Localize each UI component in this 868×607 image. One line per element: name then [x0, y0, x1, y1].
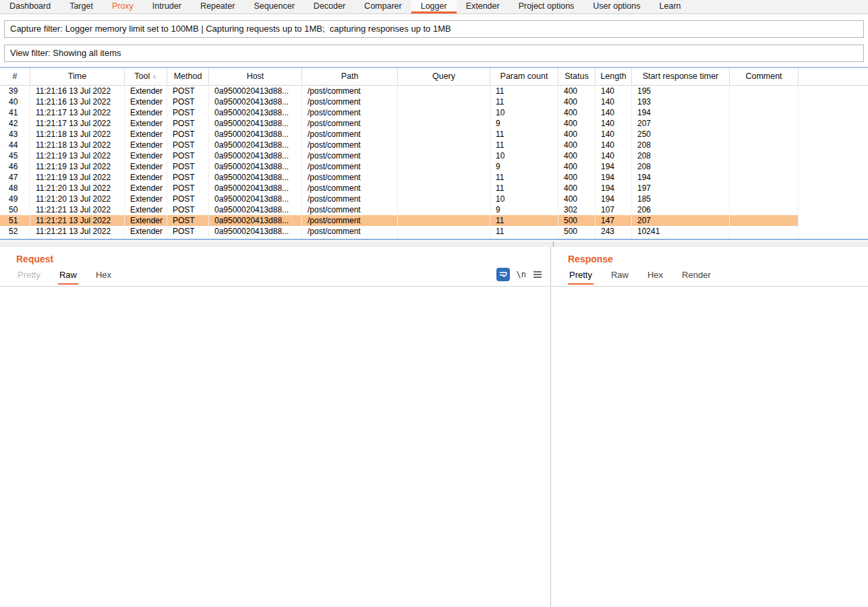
- table-cell: 400: [558, 118, 596, 129]
- column-header-start-response-timer[interactable]: Start response timer: [632, 68, 730, 86]
- table-cell: 10: [490, 150, 558, 161]
- table-row[interactable]: 5111:21:21 13 Jul 2022ExtenderPOST0a9500…: [0, 215, 868, 226]
- table-row[interactable]: 4711:21:19 13 Jul 2022ExtenderPOST0a9500…: [0, 172, 868, 183]
- table-row[interactable]: 4311:21:18 13 Jul 2022ExtenderPOST0a9500…: [0, 129, 868, 140]
- tab-repeater[interactable]: Repeater: [191, 0, 244, 13]
- tab-target[interactable]: Target: [60, 0, 103, 13]
- table-cell: 0a9500020413d88...: [209, 96, 302, 107]
- split-divider[interactable]: [0, 241, 868, 247]
- tab-user-options[interactable]: User options: [583, 0, 649, 13]
- table-row[interactable]: 5211:21:21 13 Jul 2022ExtenderPOST0a9500…: [0, 226, 868, 237]
- column-header-param-count[interactable]: Param count: [490, 68, 558, 86]
- response-tab-render[interactable]: Render: [681, 266, 712, 285]
- tab-comparer[interactable]: Comparer: [355, 0, 411, 13]
- column-header-length[interactable]: Length: [596, 68, 632, 86]
- table-cell: 11:21:17 13 Jul 2022: [30, 107, 125, 118]
- tab-logger[interactable]: Logger: [411, 0, 457, 13]
- table-cell: 147: [596, 215, 632, 226]
- response-tab-hex[interactable]: Hex: [646, 266, 664, 285]
- table-cell: 0a9500020413d88...: [209, 215, 302, 226]
- view-filter-bar[interactable]: View filter: Showing all items: [4, 45, 864, 62]
- table-row[interactable]: 4111:21:17 13 Jul 2022ExtenderPOST0a9500…: [0, 107, 868, 118]
- table-cell: /post/comment: [302, 107, 398, 118]
- table-cell: [398, 118, 490, 129]
- table-cell: 400: [558, 194, 596, 204]
- table-cell: Extender: [125, 129, 167, 140]
- column-header-tool[interactable]: Tool∧: [125, 68, 167, 86]
- table-cell: POST: [167, 150, 209, 161]
- request-tab-hex[interactable]: Hex: [94, 266, 113, 285]
- tab-sequencer[interactable]: Sequencer: [244, 0, 303, 13]
- response-tab-pretty[interactable]: Pretty: [568, 266, 594, 285]
- table-cell: 11:21:19 13 Jul 2022: [30, 172, 125, 183]
- table-cell-filler: [799, 204, 868, 215]
- table-cell: 208: [632, 161, 730, 172]
- table-cell: 302: [558, 204, 596, 215]
- column-header--[interactable]: #: [0, 68, 30, 86]
- tab-project-options[interactable]: Project options: [509, 0, 584, 13]
- table-cell: /post/comment: [302, 129, 398, 140]
- column-header-host[interactable]: Host: [209, 68, 302, 86]
- table-row[interactable]: 4811:21:20 13 Jul 2022ExtenderPOST0a9500…: [0, 183, 868, 194]
- table-row[interactable]: 4411:21:18 13 Jul 2022ExtenderPOST0a9500…: [0, 140, 868, 150]
- table-row[interactable]: 4211:21:17 13 Jul 2022ExtenderPOST0a9500…: [0, 118, 868, 129]
- column-header-comment[interactable]: Comment: [730, 68, 799, 86]
- column-header-path[interactable]: Path: [302, 68, 398, 86]
- table-row[interactable]: 4911:21:20 13 Jul 2022ExtenderPOST0a9500…: [0, 194, 868, 204]
- table-cell: 0a9500020413d88...: [209, 129, 302, 140]
- word-wrap-toggle-icon[interactable]: [496, 268, 510, 281]
- column-header-time[interactable]: Time: [30, 68, 125, 86]
- table-row[interactable]: 5311:21:22 13 Jul 2022ExtenderPOST0a9500…: [0, 237, 868, 240]
- table-cell: [398, 172, 490, 183]
- tab-proxy[interactable]: Proxy: [103, 0, 143, 13]
- table-row[interactable]: 4011:21:16 13 Jul 2022ExtenderPOST0a9500…: [0, 96, 868, 107]
- column-header-method[interactable]: Method: [167, 68, 209, 86]
- request-tab-pretty[interactable]: Pretty: [16, 266, 42, 285]
- table-cell: 0a9500020413d88...: [209, 194, 302, 204]
- table-cell: 400: [558, 183, 596, 194]
- column-header-query[interactable]: Query: [398, 68, 490, 86]
- table-cell: 0a9500020413d88...: [209, 118, 302, 129]
- table-cell: 45: [0, 150, 30, 161]
- response-tab-raw[interactable]: Raw: [610, 266, 630, 285]
- tab-intruder[interactable]: Intruder: [143, 0, 191, 13]
- request-tab-raw[interactable]: Raw: [58, 266, 78, 285]
- table-cell: [398, 204, 490, 215]
- response-title: Response: [568, 254, 868, 264]
- table-cell: 250: [632, 129, 730, 140]
- table-cell: 140: [596, 140, 632, 150]
- tab-extender[interactable]: Extender: [457, 0, 509, 13]
- table-cell: POST: [167, 215, 209, 226]
- table-cell-filler: [799, 183, 868, 194]
- table-header: #TimeTool∧MethodHostPathQueryParam count…: [0, 68, 868, 86]
- capture-filter-bar[interactable]: Capture filter: Logger memory limit set …: [4, 20, 864, 38]
- table-cell: 46: [0, 161, 30, 172]
- tab-learn[interactable]: Learn: [650, 0, 691, 13]
- table-cell: /post/comment: [302, 172, 398, 183]
- table-row[interactable]: 4611:21:19 13 Jul 2022ExtenderPOST0a9500…: [0, 161, 868, 172]
- table-cell: 207: [632, 118, 730, 129]
- table-cell: 10241: [632, 226, 730, 237]
- newline-toggle[interactable]: \n: [517, 270, 526, 279]
- table-row[interactable]: 5011:21:21 13 Jul 2022ExtenderPOST0a9500…: [0, 204, 868, 215]
- table-cell: [398, 183, 490, 194]
- column-header-status[interactable]: Status: [558, 68, 596, 86]
- editor-menu-icon[interactable]: [533, 270, 542, 279]
- split-handle[interactable]: [553, 241, 554, 247]
- table-cell: [730, 107, 799, 118]
- burp-logger-window: DashboardTargetProxyIntruderRepeaterSequ…: [0, 0, 868, 607]
- table-cell: [398, 107, 490, 118]
- table-cell: [730, 194, 799, 204]
- table-cell: 11:21:16 13 Jul 2022: [30, 86, 125, 96]
- table-cell: [398, 194, 490, 204]
- table-cell: POST: [167, 86, 209, 96]
- table-cell: 0a9500020413d88...: [209, 107, 302, 118]
- table-cell: Extender: [125, 140, 167, 150]
- tab-decoder[interactable]: Decoder: [304, 0, 355, 13]
- table-row[interactable]: 4511:21:19 13 Jul 2022ExtenderPOST0a9500…: [0, 150, 868, 161]
- tab-dashboard[interactable]: Dashboard: [0, 0, 60, 13]
- request-editor-tabs: PrettyRawHex \n: [0, 266, 550, 287]
- table-cell: 400: [558, 150, 596, 161]
- table-cell: 243: [596, 226, 632, 237]
- table-row[interactable]: 3911:21:16 13 Jul 2022ExtenderPOST0a9500…: [0, 86, 868, 96]
